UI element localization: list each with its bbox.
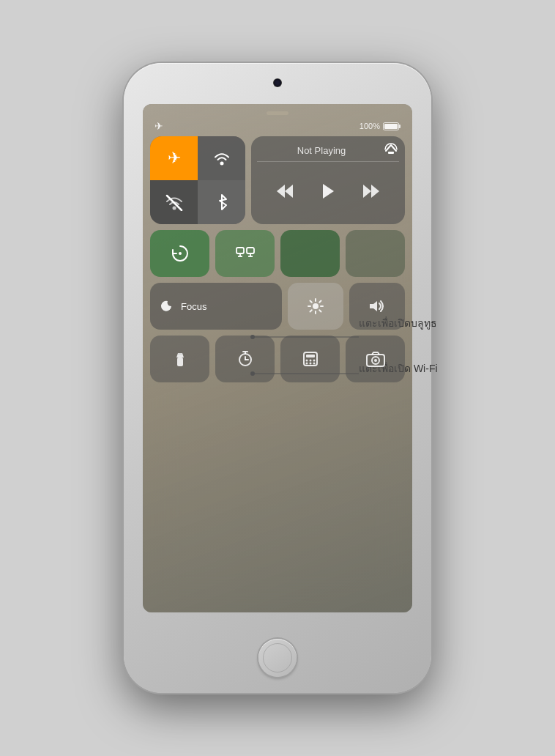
screen-mirror-icon xyxy=(236,246,255,261)
pull-indicator[interactable] xyxy=(267,111,288,115)
front-camera xyxy=(274,79,281,86)
svg-rect-5 xyxy=(236,248,244,253)
now-playing-header: Not Playing xyxy=(251,136,405,161)
svg-line-18 xyxy=(319,301,321,303)
svg-point-34 xyxy=(309,363,311,365)
timer-icon xyxy=(237,351,253,367)
svg-point-38 xyxy=(374,359,377,362)
home-button[interactable] xyxy=(258,639,297,677)
prev-button[interactable] xyxy=(277,185,293,201)
brightness-button[interactable] xyxy=(288,283,343,330)
control-center-grid: ✈ xyxy=(150,136,405,605)
next-button[interactable] xyxy=(363,185,379,201)
screen-mirror-button[interactable] xyxy=(215,230,275,277)
moon-icon xyxy=(160,299,175,314)
now-playing-title: Not Playing xyxy=(258,145,384,156)
svg-point-0 xyxy=(220,162,223,166)
brightness-icon xyxy=(308,298,324,314)
svg-point-4 xyxy=(179,252,182,255)
svg-rect-20 xyxy=(177,357,183,366)
now-playing-controls xyxy=(251,162,405,224)
screen-rotation-icon xyxy=(171,245,189,262)
svg-point-33 xyxy=(305,363,308,365)
camera-icon xyxy=(366,351,385,367)
battery-percent-label: 100% xyxy=(360,122,380,130)
svg-line-16 xyxy=(310,301,312,303)
row-2 xyxy=(150,230,405,277)
row-1: ✈ xyxy=(150,136,405,224)
svg-point-11 xyxy=(313,303,319,309)
svg-point-32 xyxy=(313,360,315,362)
volume-icon xyxy=(368,299,386,314)
timer-button[interactable] xyxy=(215,336,275,382)
svg-rect-8 xyxy=(247,248,254,253)
connectivity-block: ✈ xyxy=(150,136,245,224)
battery-icon xyxy=(383,122,401,130)
svg-point-1 xyxy=(172,207,176,210)
wifi-slash-button[interactable] xyxy=(150,180,198,224)
row-4 xyxy=(150,336,405,382)
svg-rect-22 xyxy=(178,353,182,355)
airplay-icon[interactable] xyxy=(384,142,398,158)
extra-button-1[interactable] xyxy=(280,230,340,277)
flashlight-icon xyxy=(174,350,187,368)
wifi-slash-icon xyxy=(165,193,184,211)
wifi-button[interactable] xyxy=(198,136,245,180)
volume-button[interactable] xyxy=(349,283,405,330)
svg-point-31 xyxy=(309,360,311,362)
extra-button-2[interactable] xyxy=(346,230,405,277)
airplane-mode-button[interactable]: ✈ xyxy=(150,136,198,180)
airplane-status-icon: ✈ xyxy=(154,120,163,132)
bluetooth-icon xyxy=(216,193,228,211)
battery-status: 100% xyxy=(360,122,401,130)
svg-point-35 xyxy=(313,363,315,365)
airplane-icon: ✈ xyxy=(168,149,181,168)
device-body: ✈ 100% xyxy=(124,63,431,693)
svg-rect-29 xyxy=(306,355,315,357)
camera-button[interactable] xyxy=(346,336,405,382)
flashlight-button[interactable] xyxy=(150,336,209,382)
svg-line-19 xyxy=(310,310,312,311)
calculator-icon xyxy=(302,351,319,367)
focus-label: Focus xyxy=(181,301,206,312)
wifi-icon xyxy=(213,150,231,166)
focus-button[interactable]: Focus xyxy=(150,283,282,330)
svg-line-17 xyxy=(319,310,321,311)
calculator-button[interactable] xyxy=(280,336,340,382)
screen-rotation-button[interactable] xyxy=(150,230,209,277)
device: ✈ 100% xyxy=(124,63,431,693)
bluetooth-button[interactable] xyxy=(198,180,245,224)
now-playing-block: Not Playing xyxy=(251,136,405,224)
home-button-ring xyxy=(263,643,292,672)
screen: ✈ 100% xyxy=(143,104,412,612)
svg-rect-3 xyxy=(388,152,394,154)
svg-point-30 xyxy=(305,360,308,362)
row-3: Focus xyxy=(150,283,405,330)
play-button[interactable] xyxy=(321,183,335,203)
status-bar: ✈ 100% xyxy=(154,120,401,132)
